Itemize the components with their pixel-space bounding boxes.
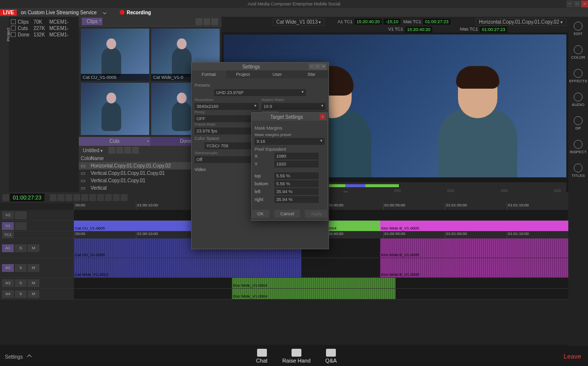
source-dropdown[interactable]: Cat Wide_V1 0013 ▾ xyxy=(273,18,325,26)
cancel-button[interactable]: Cancel xyxy=(274,210,300,218)
chat-button[interactable]: Chat xyxy=(256,349,267,364)
maximize-icon[interactable]: □ xyxy=(315,64,321,69)
close-button[interactable]: × xyxy=(581,0,588,7)
timeline-clip[interactable]: Doc Wide_V1-0004 xyxy=(232,289,395,299)
dp-workspace[interactable]: DP xyxy=(568,111,588,135)
titles-workspace[interactable]: TITLES xyxy=(568,159,588,182)
resolution-dropdown[interactable]: 3840x2160 xyxy=(195,103,259,110)
project-tab[interactable]: Project xyxy=(226,70,261,78)
tab-close-icon[interactable]: × xyxy=(99,18,102,23)
track-content[interactable]: Doc Wide_V1-0004 xyxy=(74,278,568,288)
view-icon[interactable] xyxy=(124,147,131,154)
track-mute[interactable]: M xyxy=(28,244,39,252)
track-mute[interactable]: M xyxy=(28,290,39,298)
mark-icon[interactable] xyxy=(97,194,104,201)
effects-workspace[interactable]: EFFECTS xyxy=(568,64,588,88)
track-selector[interactable]: A2 xyxy=(2,264,14,272)
edit-workspace[interactable]: EDIT xyxy=(568,17,588,40)
timeline-clip[interactable]: Kim Wide B_V1-0005 xyxy=(380,221,568,231)
track-content[interactable]: Cat Wide_V1-2013 Kim Wide B_V1-0005 xyxy=(74,258,568,277)
menu-icon[interactable] xyxy=(2,194,9,201)
track-mute[interactable] xyxy=(15,222,27,230)
track-solo[interactable]: S xyxy=(15,279,27,287)
track-solo[interactable]: S xyxy=(15,290,27,298)
tool-icon[interactable] xyxy=(113,194,120,201)
chevron-down-icon[interactable] xyxy=(103,10,106,14)
sequence-dropdown[interactable]: Untitled ▾ xyxy=(80,147,106,154)
site-tab[interactable]: Site xyxy=(294,70,329,78)
mark-icon[interactable] xyxy=(89,194,96,201)
framerate-dropdown[interactable]: 23.976 fps xyxy=(195,128,259,134)
track-selector[interactable]: V2 xyxy=(2,211,14,219)
timeline-clip[interactable]: Cat Wide_V1-2013 xyxy=(74,258,301,277)
timeline-clip[interactable]: Kim Wide B_V1-0005 xyxy=(380,258,568,277)
apply-button[interactable]: Apply xyxy=(305,210,328,218)
mask-preset-dropdown[interactable]: 9:16 xyxy=(255,138,325,145)
view-icon[interactable] xyxy=(116,147,123,154)
dialog-titlebar[interactable]: Settings − □ × xyxy=(192,63,328,70)
user-tab[interactable]: User xyxy=(260,70,294,78)
minimize-icon[interactable]: − xyxy=(309,64,315,69)
track-mute[interactable]: M xyxy=(28,279,39,287)
track-selector[interactable]: V1 xyxy=(2,222,14,230)
y-input[interactable]: 1920 xyxy=(274,161,319,167)
close-icon[interactable]: × xyxy=(321,64,327,69)
grid-view-icon[interactable] xyxy=(196,18,202,25)
track-selector[interactable]: A4 xyxy=(2,290,14,298)
proxy-dropdown[interactable]: OFF xyxy=(195,115,259,122)
cuts-tab[interactable]: Cuts× xyxy=(79,137,150,146)
tool-icon[interactable] xyxy=(105,194,112,201)
raise-hand-button[interactable]: Raise Hand xyxy=(282,349,310,364)
track-solo[interactable]: S xyxy=(15,244,27,252)
ok-button[interactable]: OK xyxy=(251,210,269,218)
left-margin-input[interactable]: 35.94 % xyxy=(274,188,319,195)
preset-dropdown[interactable]: UHD 23.976P xyxy=(214,89,306,96)
aspect-dropdown[interactable]: 16:9 xyxy=(261,103,326,110)
list-view-icon[interactable] xyxy=(203,18,210,25)
color-workspace[interactable]: COLOR xyxy=(568,40,588,64)
track-content[interactable]: Doc Wide_V1-0004 xyxy=(74,289,568,299)
track-selector[interactable]: TC1 xyxy=(2,231,14,239)
lock-icon[interactable] xyxy=(132,147,139,154)
maximize-button[interactable]: □ xyxy=(574,0,581,7)
extract-icon[interactable] xyxy=(81,194,88,201)
track-mute[interactable] xyxy=(15,211,27,219)
cut-icon[interactable] xyxy=(65,194,72,201)
close-icon[interactable]: × xyxy=(320,114,326,120)
track-selector[interactable]: A1 xyxy=(2,244,14,252)
bin-row[interactable]: Clips70KMCEM1- xyxy=(11,19,77,25)
track-mute[interactable]: M xyxy=(28,264,39,272)
bin-row[interactable]: Cuts227KMCEM1- xyxy=(11,25,77,32)
lock-icon[interactable] xyxy=(211,18,218,25)
audio-workspace[interactable]: AUDIO xyxy=(568,88,588,111)
leave-button[interactable]: Leave xyxy=(557,353,588,360)
clip-thumb[interactable]: Cat CU_V1-0005 xyxy=(81,29,149,81)
live-badge: LIVE xyxy=(0,9,17,16)
bottom-margin-input[interactable]: 5.56 % xyxy=(274,180,319,187)
clip-thumb[interactable] xyxy=(81,83,149,135)
track-selector[interactable]: A3 xyxy=(2,279,14,287)
inspect-workspace[interactable]: INSPECT xyxy=(568,135,588,159)
right-margin-input[interactable]: 35.94 % xyxy=(274,196,319,203)
qa-button[interactable]: Q&A xyxy=(326,349,337,364)
tool-icon[interactable] xyxy=(121,194,128,201)
x-input[interactable]: 1080 xyxy=(274,153,319,160)
splice-icon[interactable] xyxy=(50,194,57,201)
close-icon[interactable]: × xyxy=(147,137,149,146)
format-tab[interactable]: Format xyxy=(192,70,226,78)
bin-row[interactable]: Done132KMCEM1- xyxy=(11,32,77,38)
top-margin-input[interactable]: 5.56 % xyxy=(274,172,319,179)
track-solo[interactable]: S xyxy=(15,264,27,272)
overwrite-icon[interactable] xyxy=(58,194,65,201)
dialog-titlebar[interactable]: Target Settings × xyxy=(252,113,327,121)
settings-button[interactable]: Settings xyxy=(0,353,36,360)
record-sequence-dropdown[interactable]: Horizontal.Copy.01.Copy.01.Copy.02 ▾ xyxy=(476,18,566,26)
clips-tab[interactable]: Clips× xyxy=(82,18,102,25)
timeline-clip[interactable]: Kim Wide B_V1-0005 xyxy=(380,238,568,258)
stereo-dropdown[interactable]: Off xyxy=(195,156,259,163)
project-tab[interactable]: Project xyxy=(0,17,9,192)
timeline-clip[interactable]: Doc Wide_V1-0004 xyxy=(232,278,395,288)
lift-icon[interactable] xyxy=(73,194,80,201)
view-icon[interactable] xyxy=(108,147,115,154)
minimize-button[interactable]: − xyxy=(566,0,573,7)
